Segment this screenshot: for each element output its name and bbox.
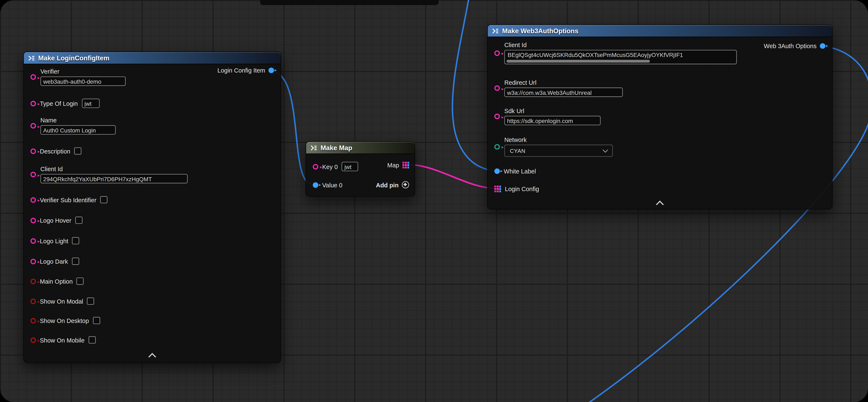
row-verifier-sub-identifier: Verifier Sub Identifier xyxy=(30,196,107,203)
make-struct-icon xyxy=(28,55,35,61)
row-value-0: Value 0 xyxy=(313,182,342,189)
pin-type-of-login[interactable] xyxy=(30,100,36,106)
field-label: Network xyxy=(504,136,527,143)
node-title: Make Web3AuthOptions xyxy=(502,27,578,35)
pin-network[interactable] xyxy=(494,144,500,149)
pin-show-on-desktop[interactable] xyxy=(30,318,36,323)
add-pin-label: Add pin xyxy=(376,181,399,188)
row-name: Name xyxy=(30,117,116,135)
pin-client-id[interactable] xyxy=(494,50,500,56)
network-dropdown[interactable]: CYAN xyxy=(504,145,613,157)
offscreen-node-partial[interactable] xyxy=(260,0,439,5)
node-header-make-loginconfigitem[interactable]: Make LoginConfigItem xyxy=(24,52,281,64)
network-selected-value: CYAN xyxy=(510,148,525,154)
pin-name[interactable] xyxy=(30,123,36,128)
field-label: Show On Modal xyxy=(40,298,83,305)
row-logo-dark: Logo Dark xyxy=(30,258,79,265)
main-option-checkbox[interactable] xyxy=(76,278,84,285)
pin-logo-dark[interactable] xyxy=(30,258,36,264)
collapse-chevron-icon[interactable] xyxy=(655,201,664,206)
name-input[interactable] xyxy=(40,125,116,135)
node-make-loginconfigitem[interactable]: Make LoginConfigItem Login Config Item V… xyxy=(23,52,281,363)
make-struct-icon xyxy=(492,27,499,34)
field-label: Logo Hover xyxy=(40,217,71,224)
verifier-input[interactable] xyxy=(40,77,126,86)
row-logo-light: Logo Light xyxy=(30,237,80,244)
output-row-login-config-item: Login Config Item xyxy=(217,67,274,74)
pin-verifier-sub-identifier[interactable] xyxy=(30,197,36,202)
sdk-url-input[interactable] xyxy=(504,116,601,125)
pin-verifier[interactable] xyxy=(30,74,36,80)
pin-description[interactable] xyxy=(30,148,36,154)
client-id-input[interactable]: BEglQSgt4cUWcj6SKRdu5QkOXTsePmMcusG5EAoy… xyxy=(504,50,737,64)
node-make-web3authoptions[interactable]: Make Web3AuthOptions Web 3Auth Options C… xyxy=(487,24,833,209)
field-label: Logo Light xyxy=(40,237,68,244)
row-show-on-modal: Show On Modal xyxy=(30,297,94,305)
show-on-desktop-checkbox[interactable] xyxy=(93,317,100,324)
pin-login-config[interactable] xyxy=(494,185,501,192)
pin-logo-hover[interactable] xyxy=(30,218,36,223)
row-key-0: Key 0 xyxy=(313,162,358,171)
row-verifier: Verifier xyxy=(30,68,126,86)
add-pin-button[interactable]: Add pin xyxy=(376,181,409,189)
field-label: White Label xyxy=(504,168,536,174)
chevron-down-icon xyxy=(603,147,608,152)
redirect-url-input[interactable] xyxy=(504,87,623,97)
field-label: Client Id xyxy=(40,166,63,172)
logo-dark-input[interactable] xyxy=(72,258,79,265)
output-pin-login-config-item[interactable] xyxy=(269,67,274,73)
logo-light-input[interactable] xyxy=(72,237,80,244)
field-label: Logo Dark xyxy=(40,258,68,265)
node-header-make-web3authoptions[interactable]: Make Web3AuthOptions xyxy=(488,25,832,37)
output-pin-label: Web 3Auth Options xyxy=(764,43,816,50)
pin-client-id[interactable] xyxy=(30,172,36,177)
output-pin-label: Login Config Item xyxy=(217,67,265,74)
pin-main-option[interactable] xyxy=(30,278,36,284)
field-label: Verifier xyxy=(40,68,59,75)
row-sdk-url: Sdk Url xyxy=(494,108,600,125)
field-label: Verifier Sub Identifier xyxy=(40,196,96,203)
field-label: Name xyxy=(40,117,57,124)
output-pin-map[interactable] xyxy=(402,162,409,168)
description-input[interactable] xyxy=(74,147,81,154)
node-header-make-map[interactable]: Make Map xyxy=(306,142,414,154)
type-of-login-input[interactable] xyxy=(82,98,99,108)
pin-sdk-url[interactable] xyxy=(494,114,500,119)
pin-logo-light[interactable] xyxy=(30,238,36,243)
row-show-on-mobile: Show On Mobile xyxy=(30,336,96,344)
client-id-input[interactable] xyxy=(40,174,188,183)
field-label: Type Of Login xyxy=(40,100,78,107)
row-type-of-login: Type Of Login xyxy=(30,98,99,108)
row-show-on-desktop: Show On Desktop xyxy=(30,317,100,324)
field-label: Main Option xyxy=(40,278,73,285)
output-row-map: Map xyxy=(388,162,409,168)
row-client-id: Client Id xyxy=(30,166,188,183)
pin-value-0[interactable] xyxy=(313,182,318,188)
pin-white-label[interactable] xyxy=(494,168,500,174)
key-0-input[interactable] xyxy=(342,162,358,171)
blueprint-graph-canvas[interactable]: Make LoginConfigItem Login Config Item V… xyxy=(0,0,868,402)
add-pin-plus-icon xyxy=(402,181,409,189)
pin-show-on-modal[interactable] xyxy=(30,298,36,304)
output-row-web3auth-options: Web 3Auth Options xyxy=(764,43,825,50)
pin-show-on-mobile[interactable] xyxy=(30,337,36,343)
pin-key-0[interactable] xyxy=(313,164,318,169)
pin-redirect-url[interactable] xyxy=(494,85,500,91)
horizontal-scrollbar[interactable] xyxy=(506,60,650,63)
field-label: Login Config xyxy=(505,185,539,192)
field-label: Key 0 xyxy=(322,163,338,170)
show-on-modal-checkbox[interactable] xyxy=(87,297,94,305)
output-pin-web3auth-options[interactable] xyxy=(820,43,825,49)
field-label: Description xyxy=(40,148,70,154)
logo-hover-input[interactable] xyxy=(75,217,82,224)
node-make-map[interactable]: Make Map Key 0 Map Value 0 Add pin xyxy=(306,141,415,197)
wire-map-to-login-config xyxy=(410,165,494,189)
row-white-label: White Label xyxy=(494,168,536,174)
row-redirect-url: Redirect Url xyxy=(494,79,623,97)
field-label: Show On Desktop xyxy=(40,317,89,324)
show-on-mobile-checkbox[interactable] xyxy=(88,336,96,344)
verifier-sub-identifier-input[interactable] xyxy=(100,196,107,203)
field-label: Show On Mobile xyxy=(40,337,85,343)
row-main-option: Main Option xyxy=(30,278,84,285)
collapse-chevron-icon[interactable] xyxy=(148,353,157,358)
